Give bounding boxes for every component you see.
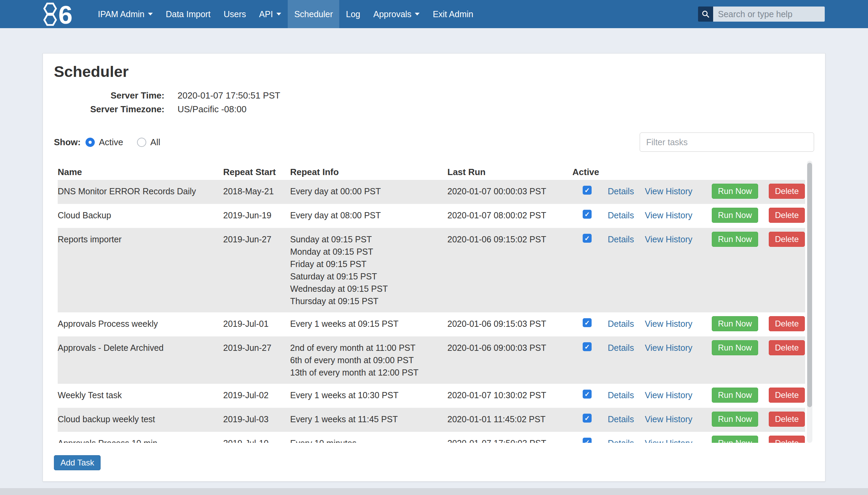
details-cell: Details: [608, 432, 645, 443]
details-link[interactable]: Details: [608, 210, 634, 220]
active-checkbox[interactable]: [583, 390, 592, 399]
radio-selected-icon[interactable]: [85, 138, 95, 147]
active-checkbox[interactable]: [583, 234, 592, 243]
last-run: 2020-01-07 17:50:03 PST: [447, 432, 572, 443]
active-checkbox[interactable]: [583, 186, 592, 195]
server-timezone-label: Server Timezone:: [54, 102, 164, 116]
delete-cell: Delete: [769, 384, 805, 408]
run-now-cell: Run Now: [712, 408, 769, 432]
delete-button[interactable]: Delete: [769, 412, 805, 427]
nav-item-scheduler[interactable]: Scheduler: [288, 0, 340, 28]
nav-item-log[interactable]: Log: [339, 0, 367, 28]
details-link[interactable]: Details: [608, 438, 634, 443]
last-run: 2020-01-07 00:00:03 PST: [447, 180, 572, 203]
repeat-start: 2019-Jul-10: [223, 432, 290, 443]
nav-item-label: Approvals: [373, 9, 411, 19]
scrollbar-thumb[interactable]: [807, 163, 812, 407]
details-link[interactable]: Details: [608, 343, 634, 353]
delete-button[interactable]: Delete: [769, 208, 805, 223]
delete-button[interactable]: Delete: [769, 232, 805, 247]
run-now-button[interactable]: Run Now: [712, 436, 758, 443]
scheduler-card: Scheduler Server Time: 2020-01-07 17:50:…: [43, 53, 825, 482]
repeat-info-line: Every 1 weeks at 10:30 PST: [290, 389, 447, 401]
view-history-link[interactable]: View History: [645, 390, 692, 400]
view-history-link[interactable]: View History: [645, 343, 692, 353]
active-checkbox[interactable]: [583, 342, 592, 351]
repeat-info: Every day at 08:00 PST: [290, 204, 447, 227]
table-row: Approvals Process 10 min2019-Jul-10Every…: [58, 432, 805, 443]
radio-option-active[interactable]: Active: [85, 137, 123, 148]
repeat-info: Every 1 weeks at 09:15 PST: [290, 312, 447, 335]
repeat-info-line: Friday at 09:15 PST: [290, 258, 447, 270]
repeat-start: 2019-Jul-03: [223, 408, 290, 430]
delete-button[interactable]: Delete: [769, 184, 805, 199]
nav-item-users[interactable]: Users: [217, 0, 252, 28]
chevron-down-icon: [148, 13, 153, 15]
view-history-link[interactable]: View History: [645, 234, 692, 244]
logo-hexagons-icon: 6: [41, 1, 82, 27]
repeat-info: Every 1 weeks at 10:30 PST: [290, 384, 447, 406]
last-run: 2020-01-07 08:00:02 PST: [447, 204, 572, 227]
server-time-row: Server Time: 2020-01-07 17:50:51 PST: [54, 89, 814, 102]
nav-item-label: API: [259, 9, 273, 19]
nav-item-exit-admin[interactable]: Exit Admin: [426, 0, 480, 28]
logo[interactable]: 6: [41, 1, 82, 27]
view-history-cell: View History: [645, 180, 712, 203]
active-cell: [572, 204, 608, 224]
repeat-info: Every 1 weeks at 11:45 PST: [290, 408, 447, 430]
nav-item-ipam-admin[interactable]: IPAM Admin: [91, 0, 159, 28]
repeat-start: 2019-Jul-01: [223, 312, 290, 335]
table-row: Reports importer2019-Jun-27Sunday at 09:…: [58, 228, 805, 312]
filter-tasks-input[interactable]: [640, 133, 814, 152]
run-now-button[interactable]: Run Now: [712, 316, 758, 331]
radio-unselected-icon[interactable]: [137, 138, 146, 147]
run-now-button[interactable]: Run Now: [712, 412, 758, 427]
active-checkbox[interactable]: [583, 414, 592, 423]
search-input[interactable]: [713, 7, 825, 22]
details-cell: Details: [608, 312, 645, 335]
repeat-info-line: Every 10 minutes: [290, 437, 447, 443]
delete-button[interactable]: Delete: [769, 340, 805, 355]
search-icon[interactable]: [698, 7, 713, 22]
view-history-link[interactable]: View History: [645, 319, 692, 329]
view-history-cell: View History: [645, 384, 712, 406]
delete-cell: Delete: [769, 336, 805, 360]
radio-option-all[interactable]: All: [137, 137, 160, 148]
nav-item-api[interactable]: API: [253, 0, 288, 28]
table-scrollbar[interactable]: [807, 161, 812, 443]
repeat-info-line: Every day at 00:00 PST: [290, 185, 447, 197]
server-info: Server Time: 2020-01-07 17:50:51 PST Ser…: [54, 89, 814, 116]
view-history-link[interactable]: View History: [645, 186, 692, 196]
delete-button[interactable]: Delete: [769, 316, 805, 331]
delete-button[interactable]: Delete: [769, 436, 805, 443]
add-task-button[interactable]: Add Task: [54, 455, 101, 470]
task-name: DNS Monitor ERROR Records Daily: [58, 180, 223, 203]
nav-item-approvals[interactable]: Approvals: [367, 0, 426, 28]
nav-item-data-import[interactable]: Data Import: [159, 0, 217, 28]
delete-cell: Delete: [769, 228, 805, 252]
delete-button[interactable]: Delete: [769, 388, 805, 403]
run-now-button[interactable]: Run Now: [712, 388, 758, 403]
view-history-link[interactable]: View History: [645, 414, 692, 424]
details-link[interactable]: Details: [608, 390, 634, 400]
run-now-button[interactable]: Run Now: [712, 208, 758, 223]
details-link[interactable]: Details: [608, 414, 634, 424]
details-link[interactable]: Details: [608, 234, 634, 244]
server-timezone-row: Server Timezone: US/Pacific -08:00: [54, 102, 814, 116]
nav-menu: IPAM AdminData ImportUsersAPISchedulerLo…: [91, 0, 480, 28]
active-checkbox[interactable]: [583, 210, 592, 219]
run-now-button[interactable]: Run Now: [712, 232, 758, 247]
repeat-info: Every 10 minutes: [290, 432, 447, 443]
active-checkbox[interactable]: [583, 318, 592, 327]
details-link[interactable]: Details: [608, 319, 634, 329]
run-now-button[interactable]: Run Now: [712, 184, 758, 199]
repeat-info: Sunday at 09:15 PSTMonday at 09:15 PSTFr…: [290, 228, 447, 312]
active-checkbox[interactable]: [583, 438, 592, 443]
view-history-link[interactable]: View History: [645, 210, 692, 220]
run-now-button[interactable]: Run Now: [712, 340, 758, 355]
server-timezone-value: US/Pacific -08:00: [178, 102, 247, 116]
chevron-down-icon: [276, 13, 281, 15]
details-link[interactable]: Details: [608, 186, 634, 196]
repeat-info-line: Monday at 09:15 PST: [290, 245, 447, 258]
view-history-link[interactable]: View History: [645, 438, 692, 443]
